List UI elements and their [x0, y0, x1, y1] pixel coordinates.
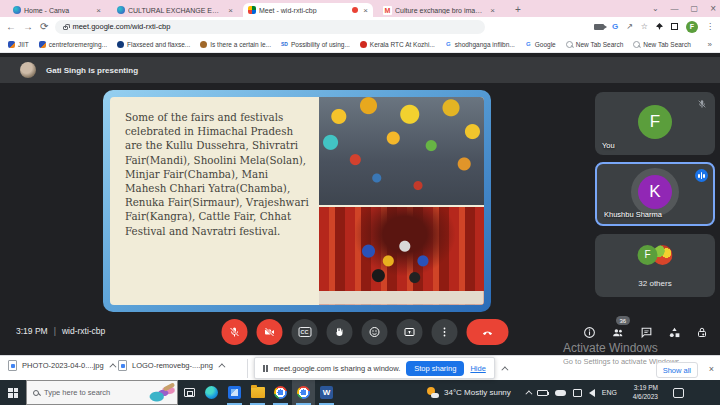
activities-button[interactable] [668, 326, 681, 339]
people-count-badge: 36 [616, 316, 630, 325]
pause-icon[interactable] [263, 365, 268, 372]
tab-close-icon[interactable]: × [488, 6, 495, 15]
taskbar-clock[interactable]: 3:19 PM 4/6/2023 [624, 384, 658, 402]
maximize-button[interactable]: ▢ [691, 4, 699, 13]
masked-dancers-photo [319, 207, 484, 305]
camera-permission-icon[interactable] [594, 24, 604, 30]
network-icon[interactable] [573, 389, 582, 397]
slide-photo-column [319, 97, 484, 305]
people-button[interactable]: 36 [611, 326, 625, 339]
present-screen-button[interactable] [397, 319, 423, 345]
bookmark-label: Possibility of using... [291, 41, 350, 48]
presentation-slide: Some of the fairs and festivals celebrat… [103, 90, 491, 312]
taskbar-word[interactable]: W [315, 380, 338, 405]
camera-off-button[interactable] [257, 319, 283, 345]
bookmark-label: centreforemerging... [49, 41, 107, 48]
taskbar-edge[interactable] [200, 380, 223, 405]
hide-link[interactable]: Hide [470, 364, 485, 373]
tab-group-icon[interactable] [671, 23, 678, 30]
bookmarks-overflow-icon[interactable]: » [708, 40, 712, 49]
tab-close-icon[interactable]: × [94, 6, 101, 15]
bookmark-favicon: G [445, 41, 452, 48]
tab-meet-active[interactable]: Meet - wid-rxti-cbp × [243, 3, 373, 17]
recording-dot-icon [352, 7, 358, 13]
bookmark-jiit[interactable]: JIIT [8, 41, 29, 48]
taskbar-search[interactable]: Type here to search [26, 380, 178, 405]
chevron-up-icon[interactable] [218, 363, 225, 370]
bookmark-is-there[interactable]: Is there a certain le... [200, 41, 271, 48]
volume-icon[interactable] [589, 389, 595, 397]
forward-icon[interactable]: → [23, 21, 33, 32]
action-center-icon[interactable] [673, 388, 684, 398]
profile-avatar[interactable]: F [686, 21, 698, 33]
raise-hand-button[interactable] [327, 319, 353, 345]
windows-logo-icon [8, 388, 18, 398]
close-button[interactable]: × [710, 3, 716, 14]
reload-icon[interactable]: ⟳ [40, 21, 48, 32]
more-options-button[interactable] [432, 319, 458, 345]
start-button[interactable] [0, 380, 26, 405]
download-item-photo[interactable]: PHOTO-2023-04-0....jpg [8, 360, 114, 371]
host-controls-button[interactable] [696, 326, 708, 339]
show-all-downloads-button[interactable]: Show all [656, 362, 698, 378]
mic-mute-button[interactable] [222, 319, 248, 345]
others-avatars: F [638, 245, 673, 265]
participant-tile-khushbu[interactable]: K Khushbu Sharma [595, 162, 715, 226]
bookmark-label: shodhganga inflibn... [455, 41, 515, 48]
slide-paragraph: Some of the fairs and festivals celebrat… [125, 110, 311, 238]
google-icon[interactable]: G [612, 22, 618, 31]
close-downloads-icon[interactable]: × [709, 364, 714, 374]
tab-close-icon[interactable]: × [226, 6, 233, 15]
tray-expand-icon[interactable] [525, 390, 532, 397]
battery-icon[interactable] [537, 390, 548, 396]
stop-sharing-button[interactable]: Stop sharing [406, 361, 464, 376]
bookmark-new-tab-search-1[interactable]: New Tab Search [566, 41, 624, 48]
bookmark-label: Kerala RTC At Kozhi... [370, 41, 435, 48]
taskbar-weather[interactable]: 34°C Mostly sunny [426, 386, 511, 399]
url-bar[interactable]: meet.google.com/wid-rxti-cbp [55, 20, 485, 34]
language-indicator[interactable]: ENG [602, 389, 617, 396]
minimize-button[interactable]: — [671, 4, 679, 13]
taskbar-photos[interactable] [223, 380, 246, 405]
tab-cultural-exchange[interactable]: CULTURAL EXCHANGE EBSB APR × [112, 3, 238, 17]
new-tab-button[interactable]: + [512, 4, 524, 16]
share-icon[interactable]: ↗ [626, 22, 633, 31]
bookmarks-bar: JIIT centreforemerging... Flaxseed and f… [0, 36, 720, 53]
photos-icon [228, 386, 241, 399]
task-view-button[interactable] [178, 388, 200, 397]
bookmark-shodhganga[interactable]: Gshodhganga inflibn... [445, 41, 515, 48]
chevron-up-icon[interactable] [109, 363, 116, 370]
chat-button[interactable] [640, 326, 653, 339]
meeting-details-button[interactable] [583, 326, 596, 339]
speaking-indicator-icon [695, 169, 708, 182]
end-call-button[interactable] [467, 319, 509, 345]
tab-close-icon[interactable]: × [361, 6, 368, 15]
tab-gmail-images[interactable]: M Culture exchange bro images - : × [378, 3, 500, 17]
menu-dots-icon[interactable]: ⋮ [706, 22, 714, 31]
bookmark-new-tab-search-2[interactable]: New Tab Search [633, 41, 691, 48]
participant-tile-others[interactable]: F 32 others [595, 234, 715, 297]
participant-tile-you[interactable]: F You [595, 92, 715, 155]
bookmark-flaxseed[interactable]: Flaxseed and flaxse... [117, 41, 190, 48]
tab-search-chevron-icon[interactable]: ⌄ [652, 4, 659, 13]
search-favicon [566, 41, 573, 48]
taskbar-chrome-1[interactable] [269, 380, 292, 405]
bookmark-kerala-rtc[interactable]: Kerala RTC At Kozhi... [360, 41, 435, 48]
tab-canva-home[interactable]: Home - Canva × [8, 3, 106, 17]
extension-pin-icon[interactable] [656, 23, 663, 30]
download-item-logo[interactable]: LOGO-removebg-....png [118, 360, 223, 371]
back-icon[interactable]: ← [6, 21, 16, 32]
bookmark-star-icon[interactable]: ☆ [641, 22, 648, 31]
reactions-button[interactable] [362, 319, 388, 345]
bookmark-centreforemerging[interactable]: centreforemerging... [39, 41, 107, 48]
bookmark-possibility[interactable]: SDPossibility of using... [281, 41, 350, 48]
bookmark-google[interactable]: GGoogle [525, 41, 556, 48]
chrome-icon [297, 386, 310, 399]
bookmark-favicon: G [525, 41, 532, 48]
captions-button[interactable]: CC [292, 319, 318, 345]
taskbar-chrome-2[interactable] [292, 380, 315, 405]
chevron-up-icon[interactable] [501, 366, 508, 373]
taskbar-file-explorer[interactable] [246, 380, 269, 405]
windows-taskbar: Type here to search W 34°C Mostly sunny … [0, 380, 720, 405]
onedrive-icon[interactable] [555, 390, 566, 396]
